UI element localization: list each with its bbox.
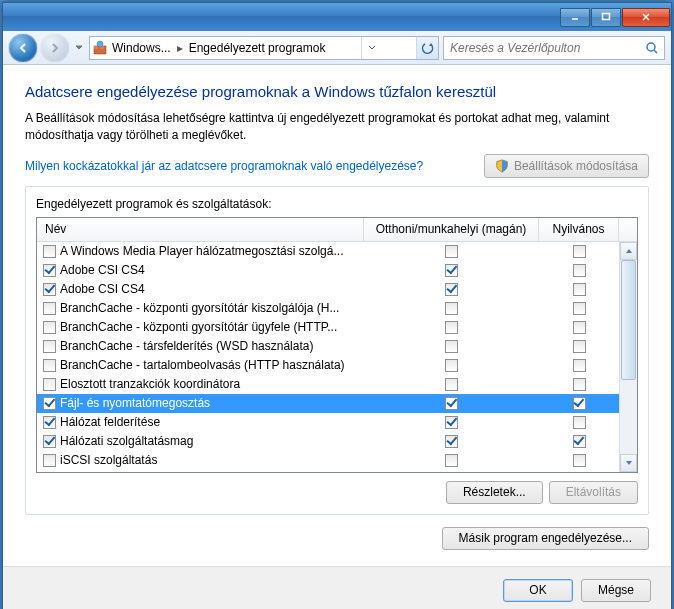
list-row[interactable]: Adobe CSI CS4 <box>37 280 619 299</box>
list-row[interactable]: Hálózati szolgáltatásmag <box>37 432 619 451</box>
list-row[interactable]: BranchCache - tartalombeolvasás (HTTP ha… <box>37 356 619 375</box>
page-description: A Beállítások módosítása lehetőségre kat… <box>25 110 649 144</box>
public-checkbox[interactable] <box>573 416 586 429</box>
change-settings-label: Beállítások módosítása <box>514 159 638 173</box>
change-settings-button[interactable]: Beállítások módosítása <box>484 154 649 178</box>
column-public[interactable]: Nyilvános <box>539 218 619 241</box>
row-checkbox[interactable] <box>43 340 56 353</box>
row-label: iSCSI szolgáltatás <box>60 453 157 467</box>
row-label: BranchCache - központi gyorsítótár kiszo… <box>60 301 339 315</box>
svg-point-7 <box>97 41 103 47</box>
list-row[interactable]: A Windows Media Player hálózatmegosztási… <box>37 242 619 261</box>
list-row[interactable]: BranchCache - központi gyorsítótár kiszo… <box>37 299 619 318</box>
list-row[interactable]: Adobe CSI CS4 <box>37 261 619 280</box>
public-checkbox[interactable] <box>573 302 586 315</box>
footer: OK Mégse <box>3 566 671 609</box>
details-button[interactable]: Részletek... <box>446 481 543 504</box>
risk-info-link[interactable]: Milyen kockázatokkal jár az adatcsere pr… <box>25 159 423 173</box>
home-checkbox[interactable] <box>445 359 458 372</box>
breadcrumb-app[interactable]: Windows... <box>110 41 173 55</box>
svg-rect-5 <box>94 46 98 49</box>
public-checkbox[interactable] <box>573 397 586 410</box>
home-checkbox[interactable] <box>445 378 458 391</box>
scroll-down-button[interactable] <box>620 454 637 472</box>
allowed-programs-group: Engedélyezett programok és szolgáltatáso… <box>25 186 649 515</box>
list-row[interactable]: iSCSI szolgáltatás <box>37 451 619 470</box>
allow-another-program-button[interactable]: Másik program engedélyezése... <box>442 527 649 550</box>
public-checkbox[interactable] <box>573 283 586 296</box>
public-checkbox[interactable] <box>573 435 586 448</box>
public-checkbox[interactable] <box>573 378 586 391</box>
column-home[interactable]: Otthoni/munkahelyi (magán) <box>364 218 539 241</box>
program-list: Név Otthoni/munkahelyi (magán) Nyilvános… <box>36 217 638 473</box>
list-body: A Windows Media Player hálózatmegosztási… <box>37 242 637 472</box>
row-checkbox[interactable] <box>43 435 56 448</box>
nav-history-dropdown[interactable] <box>73 45 85 51</box>
window: Windows... ▸ Engedélyezett programok Ada… <box>2 2 672 609</box>
row-checkbox[interactable] <box>43 302 56 315</box>
row-checkbox[interactable] <box>43 321 56 334</box>
address-dropdown[interactable] <box>361 37 383 59</box>
row-checkbox[interactable] <box>43 397 56 410</box>
home-checkbox[interactable] <box>445 416 458 429</box>
content-area: Adatcsere engedélyezése programoknak a W… <box>3 65 671 566</box>
scroll-up-button[interactable] <box>620 242 637 260</box>
scroll-thumb[interactable] <box>621 260 636 380</box>
address-bar[interactable]: Windows... ▸ Engedélyezett programok <box>89 36 439 60</box>
remove-button[interactable]: Eltávolítás <box>549 481 638 504</box>
list-row[interactable]: Hálózat felderítése <box>37 413 619 432</box>
public-checkbox[interactable] <box>573 245 586 258</box>
list-row[interactable]: Fájl- és nyomtatómegosztás <box>37 394 619 413</box>
cancel-button[interactable]: Mégse <box>581 579 651 602</box>
home-checkbox[interactable] <box>445 397 458 410</box>
svg-point-8 <box>647 43 655 51</box>
home-checkbox[interactable] <box>445 340 458 353</box>
row-checkbox[interactable] <box>43 245 56 258</box>
home-checkbox[interactable] <box>445 321 458 334</box>
row-checkbox[interactable] <box>43 416 56 429</box>
row-label: Elosztott tranzakciók koordinátora <box>60 377 240 391</box>
column-scroll-spacer <box>619 218 637 241</box>
minimize-button[interactable] <box>560 8 590 27</box>
home-checkbox[interactable] <box>445 435 458 448</box>
scroll-track[interactable] <box>620 260 637 454</box>
shield-icon <box>495 159 509 173</box>
home-checkbox[interactable] <box>445 454 458 467</box>
public-checkbox[interactable] <box>573 340 586 353</box>
search-icon[interactable] <box>644 41 660 55</box>
public-checkbox[interactable] <box>573 321 586 334</box>
scrollbar[interactable] <box>619 242 637 472</box>
close-button[interactable] <box>622 8 670 27</box>
breadcrumb-page[interactable]: Engedélyezett programok <box>187 41 328 55</box>
public-checkbox[interactable] <box>573 454 586 467</box>
firewall-icon <box>90 40 110 56</box>
home-checkbox[interactable] <box>445 283 458 296</box>
search-input[interactable] <box>448 40 644 56</box>
list-row[interactable]: Elosztott tranzakciók koordinátora <box>37 375 619 394</box>
group-title: Engedélyezett programok és szolgáltatáso… <box>36 197 638 211</box>
row-checkbox[interactable] <box>43 264 56 277</box>
home-checkbox[interactable] <box>445 245 458 258</box>
ok-button[interactable]: OK <box>503 579 573 602</box>
search-box[interactable] <box>443 36 665 60</box>
row-checkbox[interactable] <box>43 378 56 391</box>
home-checkbox[interactable] <box>445 264 458 277</box>
toolbar: Windows... ▸ Engedélyezett programok <box>3 31 671 65</box>
public-checkbox[interactable] <box>573 264 586 277</box>
maximize-button[interactable] <box>591 8 621 27</box>
public-checkbox[interactable] <box>573 359 586 372</box>
row-checkbox[interactable] <box>43 359 56 372</box>
list-row[interactable]: BranchCache - társfelderítés (WSD haszná… <box>37 337 619 356</box>
column-name[interactable]: Név <box>37 218 364 241</box>
svg-line-9 <box>654 50 657 53</box>
list-row[interactable]: BranchCache - központi gyorsítótár ügyfe… <box>37 318 619 337</box>
row-checkbox[interactable] <box>43 283 56 296</box>
nav-back-button[interactable] <box>9 34 37 62</box>
row-label: Adobe CSI CS4 <box>60 263 145 277</box>
row-checkbox[interactable] <box>43 454 56 467</box>
row-label: Fájl- és nyomtatómegosztás <box>60 396 210 410</box>
breadcrumb-separator[interactable]: ▸ <box>173 41 187 55</box>
nav-forward-button[interactable] <box>41 34 69 62</box>
refresh-button[interactable] <box>416 37 438 59</box>
home-checkbox[interactable] <box>445 302 458 315</box>
